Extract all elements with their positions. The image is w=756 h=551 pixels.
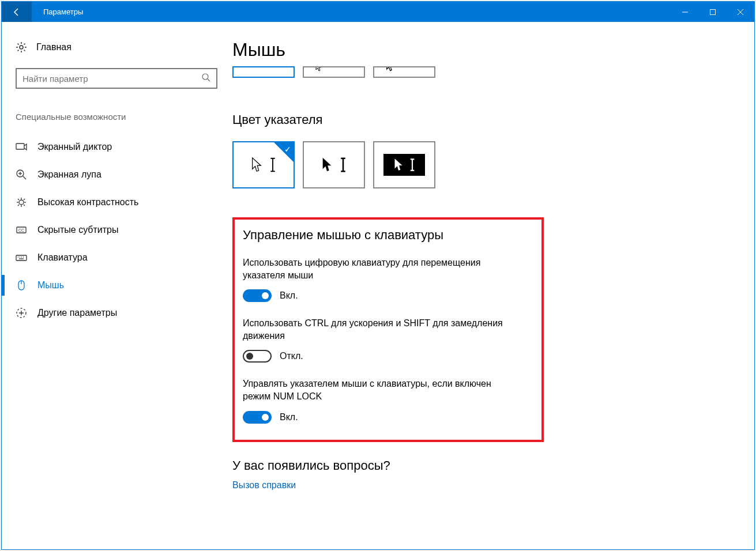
pointer-color-inverted[interactable] [373, 141, 435, 188]
svg-point-4 [20, 46, 23, 49]
sidebar-item-label: Клавиатура [37, 252, 88, 263]
close-button[interactable] [727, 2, 754, 22]
sidebar-item-captions[interactable]: CC Скрытые субтитры [16, 216, 232, 244]
svg-rect-7 [16, 144, 24, 149]
captions-icon: CC [16, 224, 27, 236]
toggle-state-label: Вкл. [280, 412, 298, 422]
sidebar-item-label: Скрытые субтитры [37, 225, 118, 235]
toggle-row-ctrlshift: Откл. [243, 350, 531, 363]
other-icon [16, 307, 27, 319]
pointer-size-medium[interactable]: ⋯ [303, 66, 365, 78]
mouse-icon [16, 280, 27, 291]
toggle-row-numpad: Вкл. [243, 289, 531, 302]
narrator-icon [16, 141, 27, 153]
pointer-size-options: ⋯ ⋯ [232, 66, 731, 78]
category-label: Специальные возможности [16, 112, 232, 122]
sidebar-item-label: Высокая контрастность [37, 197, 138, 207]
window-title: Параметры [32, 7, 671, 16]
help-link[interactable]: Вызов справки [232, 480, 731, 490]
sidebar: Главная Специальные возможности Экранный… [2, 22, 232, 549]
search-input[interactable] [22, 74, 201, 84]
sidebar-item-other[interactable]: Другие параметры [16, 299, 232, 327]
search-box[interactable] [16, 68, 217, 89]
sidebar-item-keyboard[interactable]: Клавиатура [16, 244, 232, 271]
toggle-numlock[interactable] [243, 411, 272, 424]
keyboard-control-heading: Управление мышью с клавиатуры [243, 228, 531, 243]
svg-line-17 [18, 199, 19, 200]
svg-text:CC: CC [18, 228, 24, 232]
svg-point-5 [202, 74, 208, 80]
sidebar-item-high-contrast[interactable]: Высокая контрастность [16, 188, 232, 216]
sidebar-item-narrator[interactable]: Экранный диктор [16, 133, 232, 161]
main-panel: Мышь ⋯ ⋯ Цвет указателя ✓ [232, 22, 754, 549]
svg-line-20 [18, 205, 19, 206]
back-button[interactable] [2, 2, 32, 22]
sidebar-item-magnifier[interactable]: Экранная лупа [16, 161, 232, 188]
svg-line-18 [24, 205, 25, 206]
page-title: Мышь [232, 39, 731, 61]
home-label: Главная [36, 42, 72, 52]
svg-line-9 [23, 176, 26, 179]
pointer-color-white[interactable]: ✓ [232, 141, 295, 188]
questions-heading: У вас появились вопросы? [232, 458, 731, 473]
sidebar-item-mouse[interactable]: Мышь [16, 271, 232, 299]
minimize-button[interactable] [671, 2, 699, 22]
toggle-ctrlshift[interactable] [243, 350, 272, 363]
pointer-color-options: ✓ [232, 141, 731, 188]
sidebar-item-label: Экранная лупа [37, 169, 101, 180]
setting-text-numpad: Использовать цифровую клавиатуру для пер… [243, 256, 520, 281]
search-icon [201, 73, 210, 84]
home-link[interactable]: Главная [16, 36, 232, 59]
svg-rect-23 [16, 255, 27, 261]
toggle-numpad[interactable] [243, 289, 272, 302]
gear-icon [16, 41, 27, 53]
maximize-button[interactable] [699, 2, 727, 22]
keyboard-icon [16, 252, 27, 263]
toggle-row-numlock: Вкл. [243, 411, 531, 424]
keyboard-control-section: Управление мышью с клавиатуры Использова… [232, 217, 544, 442]
setting-text-ctrlshift: Использовать CTRL для ускорения и SHIFT … [243, 317, 520, 342]
sidebar-item-label: Другие параметры [37, 308, 117, 318]
sidebar-item-label: Мышь [37, 280, 64, 290]
pointer-color-black[interactable] [303, 141, 365, 188]
toggle-state-label: Вкл. [280, 290, 298, 301]
pointer-size-large[interactable]: ⋯ [373, 66, 435, 78]
svg-line-19 [24, 199, 25, 200]
svg-line-6 [208, 79, 210, 81]
titlebar: Параметры [2, 2, 754, 22]
svg-point-12 [19, 200, 24, 205]
toggle-state-label: Откл. [280, 351, 303, 361]
settings-window: Параметры Главная Специальные возможност… [1, 1, 755, 550]
pointer-size-small[interactable] [232, 66, 295, 78]
content-area: Главная Специальные возможности Экранный… [2, 22, 754, 549]
sidebar-item-label: Экранный диктор [37, 142, 112, 152]
setting-text-numlock: Управлять указателем мыши с клавиатуры, … [243, 378, 520, 402]
svg-rect-1 [710, 9, 716, 14]
magnifier-icon [16, 169, 27, 180]
pointer-color-heading: Цвет указателя [232, 112, 731, 127]
contrast-icon [16, 197, 27, 208]
window-controls [671, 2, 754, 22]
